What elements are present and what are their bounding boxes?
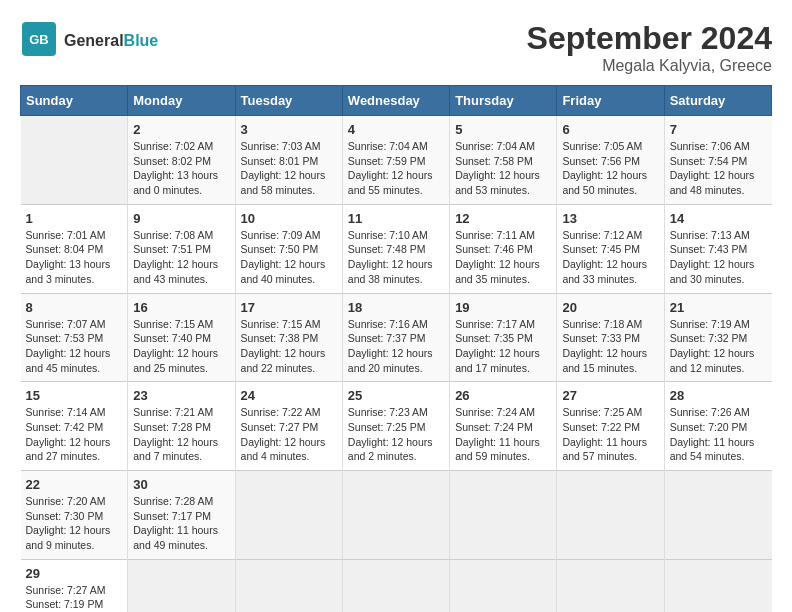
day-info: Sunrise: 7:21 AMSunset: 7:28 PMDaylight:…	[133, 405, 229, 464]
day-cell-19: 19Sunrise: 7:17 AMSunset: 7:35 PMDayligh…	[450, 293, 557, 382]
day-info: Sunrise: 7:07 AMSunset: 7:53 PMDaylight:…	[26, 317, 123, 376]
day-info: Sunrise: 7:09 AMSunset: 7:50 PMDaylight:…	[241, 228, 337, 287]
day-number: 2	[133, 122, 229, 137]
day-info: Sunrise: 7:27 AMSunset: 7:19 PMDaylight:…	[26, 583, 123, 612]
day-info: Sunrise: 7:04 AMSunset: 7:58 PMDaylight:…	[455, 139, 551, 198]
day-number: 10	[241, 211, 337, 226]
header-cell-monday: Monday	[128, 86, 235, 116]
day-cell-7: 7Sunrise: 7:06 AMSunset: 7:54 PMDaylight…	[664, 116, 771, 205]
header-cell-wednesday: Wednesday	[342, 86, 449, 116]
logo-blue: Blue	[124, 32, 159, 49]
day-info: Sunrise: 7:03 AMSunset: 8:01 PMDaylight:…	[241, 139, 337, 198]
day-info: Sunrise: 7:26 AMSunset: 7:20 PMDaylight:…	[670, 405, 767, 464]
day-number: 7	[670, 122, 767, 137]
day-number: 4	[348, 122, 444, 137]
page-header: GB GeneralBlue September 2024 Megala Kal…	[20, 20, 772, 75]
empty-cell	[342, 471, 449, 560]
day-cell-3: 3Sunrise: 7:03 AMSunset: 8:01 PMDaylight…	[235, 116, 342, 205]
calendar-row-2: 8Sunrise: 7:07 AMSunset: 7:53 PMDaylight…	[21, 293, 772, 382]
day-cell-2: 2Sunrise: 7:02 AMSunset: 8:02 PMDaylight…	[128, 116, 235, 205]
day-cell-28: 28Sunrise: 7:26 AMSunset: 7:20 PMDayligh…	[664, 382, 771, 471]
calendar-table: SundayMondayTuesdayWednesdayThursdayFrid…	[20, 85, 772, 612]
empty-cell	[450, 559, 557, 612]
header-cell-tuesday: Tuesday	[235, 86, 342, 116]
day-number: 1	[26, 211, 123, 226]
day-cell-9: 9Sunrise: 7:08 AMSunset: 7:51 PMDaylight…	[128, 204, 235, 293]
day-cell-17: 17Sunrise: 7:15 AMSunset: 7:38 PMDayligh…	[235, 293, 342, 382]
day-cell-20: 20Sunrise: 7:18 AMSunset: 7:33 PMDayligh…	[557, 293, 664, 382]
calendar-body: 2Sunrise: 7:02 AMSunset: 8:02 PMDaylight…	[21, 116, 772, 613]
calendar-row-1: 1Sunrise: 7:01 AMSunset: 8:04 PMDaylight…	[21, 204, 772, 293]
calendar-header: SundayMondayTuesdayWednesdayThursdayFrid…	[21, 86, 772, 116]
day-number: 24	[241, 388, 337, 403]
svg-text:GB: GB	[29, 32, 49, 47]
day-info: Sunrise: 7:15 AMSunset: 7:38 PMDaylight:…	[241, 317, 337, 376]
day-number: 30	[133, 477, 229, 492]
day-info: Sunrise: 7:28 AMSunset: 7:17 PMDaylight:…	[133, 494, 229, 553]
empty-cell	[664, 559, 771, 612]
header-cell-friday: Friday	[557, 86, 664, 116]
day-cell-5: 5Sunrise: 7:04 AMSunset: 7:58 PMDaylight…	[450, 116, 557, 205]
logo-general: General	[64, 32, 124, 49]
day-info: Sunrise: 7:06 AMSunset: 7:54 PMDaylight:…	[670, 139, 767, 198]
empty-cell	[664, 471, 771, 560]
day-info: Sunrise: 7:20 AMSunset: 7:30 PMDaylight:…	[26, 494, 123, 553]
day-number: 26	[455, 388, 551, 403]
day-number: 16	[133, 300, 229, 315]
header-row: SundayMondayTuesdayWednesdayThursdayFrid…	[21, 86, 772, 116]
day-info: Sunrise: 7:11 AMSunset: 7:46 PMDaylight:…	[455, 228, 551, 287]
day-cell-18: 18Sunrise: 7:16 AMSunset: 7:37 PMDayligh…	[342, 293, 449, 382]
day-number: 18	[348, 300, 444, 315]
day-cell-29: 29Sunrise: 7:27 AMSunset: 7:19 PMDayligh…	[21, 559, 128, 612]
empty-cell	[128, 559, 235, 612]
day-info: Sunrise: 7:17 AMSunset: 7:35 PMDaylight:…	[455, 317, 551, 376]
day-info: Sunrise: 7:05 AMSunset: 7:56 PMDaylight:…	[562, 139, 658, 198]
day-info: Sunrise: 7:18 AMSunset: 7:33 PMDaylight:…	[562, 317, 658, 376]
day-number: 12	[455, 211, 551, 226]
day-cell-27: 27Sunrise: 7:25 AMSunset: 7:22 PMDayligh…	[557, 382, 664, 471]
day-number: 11	[348, 211, 444, 226]
day-number: 23	[133, 388, 229, 403]
header-cell-sunday: Sunday	[21, 86, 128, 116]
day-cell-23: 23Sunrise: 7:21 AMSunset: 7:28 PMDayligh…	[128, 382, 235, 471]
day-number: 3	[241, 122, 337, 137]
day-cell-13: 13Sunrise: 7:12 AMSunset: 7:45 PMDayligh…	[557, 204, 664, 293]
day-cell-24: 24Sunrise: 7:22 AMSunset: 7:27 PMDayligh…	[235, 382, 342, 471]
month-title: September 2024	[527, 20, 772, 57]
day-info: Sunrise: 7:23 AMSunset: 7:25 PMDaylight:…	[348, 405, 444, 464]
day-info: Sunrise: 7:12 AMSunset: 7:45 PMDaylight:…	[562, 228, 658, 287]
day-cell-12: 12Sunrise: 7:11 AMSunset: 7:46 PMDayligh…	[450, 204, 557, 293]
day-number: 19	[455, 300, 551, 315]
day-cell-11: 11Sunrise: 7:10 AMSunset: 7:48 PMDayligh…	[342, 204, 449, 293]
day-cell-10: 10Sunrise: 7:09 AMSunset: 7:50 PMDayligh…	[235, 204, 342, 293]
empty-cell	[557, 471, 664, 560]
day-info: Sunrise: 7:16 AMSunset: 7:37 PMDaylight:…	[348, 317, 444, 376]
day-info: Sunrise: 7:10 AMSunset: 7:48 PMDaylight:…	[348, 228, 444, 287]
header-cell-thursday: Thursday	[450, 86, 557, 116]
empty-cell	[342, 559, 449, 612]
calendar-row-3: 15Sunrise: 7:14 AMSunset: 7:42 PMDayligh…	[21, 382, 772, 471]
logo: GB GeneralBlue	[20, 20, 158, 62]
day-cell-21: 21Sunrise: 7:19 AMSunset: 7:32 PMDayligh…	[664, 293, 771, 382]
empty-cell	[235, 559, 342, 612]
day-cell-1: 1Sunrise: 7:01 AMSunset: 8:04 PMDaylight…	[21, 204, 128, 293]
logo-icon: GB	[20, 20, 58, 58]
title-block: September 2024 Megala Kalyvia, Greece	[527, 20, 772, 75]
day-number: 9	[133, 211, 229, 226]
day-number: 29	[26, 566, 123, 581]
day-number: 15	[26, 388, 123, 403]
day-info: Sunrise: 7:01 AMSunset: 8:04 PMDaylight:…	[26, 228, 123, 287]
header-cell-saturday: Saturday	[664, 86, 771, 116]
day-info: Sunrise: 7:22 AMSunset: 7:27 PMDaylight:…	[241, 405, 337, 464]
day-number: 6	[562, 122, 658, 137]
day-number: 22	[26, 477, 123, 492]
day-number: 25	[348, 388, 444, 403]
day-cell-26: 26Sunrise: 7:24 AMSunset: 7:24 PMDayligh…	[450, 382, 557, 471]
day-cell-25: 25Sunrise: 7:23 AMSunset: 7:25 PMDayligh…	[342, 382, 449, 471]
empty-cell	[21, 116, 128, 205]
day-number: 5	[455, 122, 551, 137]
day-number: 21	[670, 300, 767, 315]
day-number: 27	[562, 388, 658, 403]
day-info: Sunrise: 7:02 AMSunset: 8:02 PMDaylight:…	[133, 139, 229, 198]
day-info: Sunrise: 7:08 AMSunset: 7:51 PMDaylight:…	[133, 228, 229, 287]
